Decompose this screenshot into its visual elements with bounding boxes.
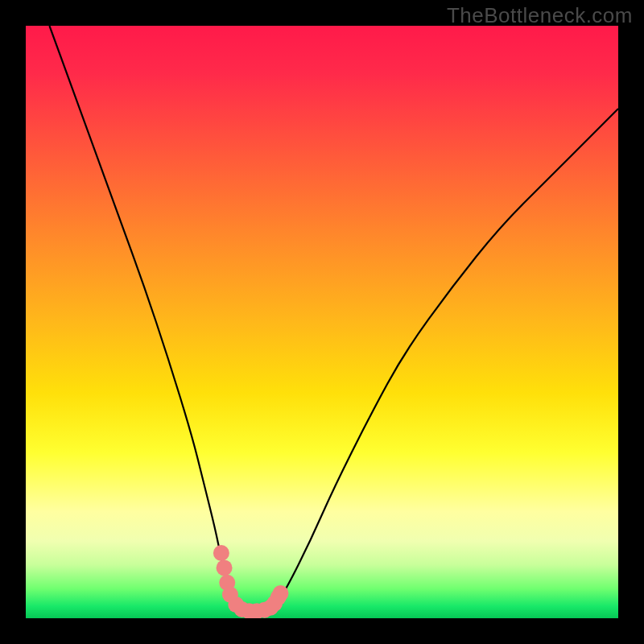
highlight-markers — [213, 545, 289, 618]
curve-group — [49, 26, 618, 613]
right-curve-path — [275, 109, 618, 606]
plot-area — [26, 26, 618, 618]
chart-frame: TheBottleneck.com — [0, 0, 644, 644]
marker-dot — [213, 545, 229, 561]
watermark-text: TheBottleneck.com — [447, 3, 633, 28]
left-curve-path — [49, 26, 239, 606]
marker-dot — [217, 559, 233, 576]
curve-layer — [26, 26, 618, 618]
marker-dot — [272, 585, 288, 601]
